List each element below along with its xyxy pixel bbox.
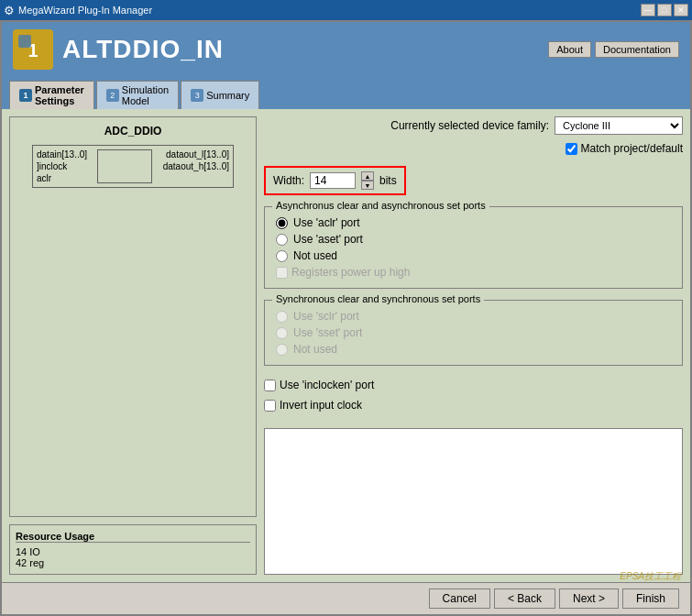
device-family-label: Currently selected device family: (390, 119, 549, 132)
inclocken-checkbox[interactable] (264, 380, 276, 391)
async-option-aset: Use 'aset' port (276, 231, 671, 248)
sync-option-sclr: Use 'sclr' port (276, 308, 671, 324)
tab-bar: 1 ParameterSettings 2 SimulationModel 3 … (2, 77, 690, 109)
minimize-button[interactable]: — (641, 4, 655, 16)
invert-clock-checkbox[interactable] (264, 400, 276, 412)
header: 1 ALTDDIO_IN About Documentation (2, 22, 690, 77)
resource-usage-box: Resource Usage 14 IO 42 reg (9, 524, 257, 575)
port-dataout-l: dataout_l[13..0] (163, 149, 229, 160)
resource-reg: 42 reg (16, 557, 250, 568)
app-title: MegaWizard Plug-In Manager (18, 5, 152, 16)
tab-simulation-model[interactable]: 2 SimulationModel (96, 81, 179, 109)
match-project-checkbox[interactable] (566, 143, 577, 155)
diagram-box: ADC_DDIO datain[13..0] ]inclock aclr (9, 116, 257, 517)
async-group-label: Asynchronus clear and asynchronous set p… (272, 200, 489, 211)
port-aclr: aclr (37, 173, 87, 183)
about-button[interactable]: About (548, 41, 591, 58)
cancel-button[interactable]: Cancel (429, 588, 490, 609)
match-project-label: Match project/default (581, 142, 683, 155)
match-project-row: Match project/default (264, 142, 683, 155)
resource-io: 14 IO (16, 546, 250, 557)
back-button[interactable]: < Back (494, 588, 555, 609)
port-inclock: ]inclock (37, 161, 87, 171)
width-label: Width: (273, 174, 304, 187)
inclocken-label: Use 'inclocken' port (280, 379, 374, 391)
content-area: ADC_DDIO datain[13..0] ]inclock aclr (2, 109, 690, 582)
left-panel: ADC_DDIO datain[13..0] ]inclock aclr (9, 116, 257, 575)
tab-parameter-settings[interactable]: 1 ParameterSettings (9, 81, 94, 109)
bottom-bar: Cancel < Back Next > Finish (2, 582, 690, 614)
device-family-select[interactable]: Cyclone III (555, 116, 683, 135)
width-spin-down[interactable]: ▼ (361, 181, 374, 190)
width-row: Width: ▲ ▼ bits (264, 166, 406, 195)
registers-powerup-label: Registers power up high (291, 266, 410, 279)
app-icon: ⚙ (4, 4, 15, 17)
registers-powerup-checkbox (276, 267, 288, 279)
width-suffix: bits (379, 174, 397, 187)
finish-button[interactable]: Finish (622, 588, 679, 609)
sync-group-label: Synchronous clear and synchronous set po… (272, 293, 484, 304)
registers-powerup-row: Registers power up high (276, 264, 671, 280)
resource-usage-title: Resource Usage (16, 531, 250, 543)
documentation-button[interactable]: Documentation (595, 41, 679, 58)
main-window: 1 ALTDDIO_IN About Documentation 1 Param… (0, 20, 692, 616)
async-option-aclr: Use 'aclr' port (276, 214, 671, 231)
width-input[interactable] (310, 172, 356, 189)
watermark: EPSA技工工程 (620, 570, 681, 583)
port-datain: datain[13..0] (37, 149, 87, 160)
sync-option-not-used: Not used (276, 341, 671, 358)
invert-clock-label: Invert input clock (280, 399, 362, 412)
right-ports: dataout_l[13..0] dataout_h[13..0] (159, 146, 233, 187)
text-output-area (264, 428, 683, 575)
width-spin-up[interactable]: ▲ (361, 171, 374, 181)
device-family-row: Currently selected device family: Cyclon… (264, 116, 683, 135)
close-button[interactable]: ✕ (674, 4, 688, 16)
async-option-not-used: Not used (276, 248, 671, 264)
tab-summary[interactable]: 3 Summary (181, 81, 259, 109)
sync-option-sset: Use 'sset' port (276, 324, 671, 341)
next-button[interactable]: Next > (559, 588, 619, 609)
page-title: ALTDDIO_IN (62, 35, 224, 64)
left-ports: datain[13..0] ]inclock aclr (33, 146, 91, 187)
diagram-title: ADC_DDIO (17, 125, 248, 138)
right-panel: Currently selected device family: Cyclon… (264, 116, 683, 575)
svg-rect-2 (18, 35, 31, 48)
title-bar: ⚙ MegaWizard Plug-In Manager — □ ✕ (0, 0, 692, 20)
sync-group: Synchronous clear and synchronous set po… (264, 300, 683, 366)
invert-clock-row: Invert input clock (264, 397, 683, 413)
port-dataout-h: dataout_h[13..0] (163, 161, 229, 171)
async-group: Asynchronus clear and asynchronous set p… (264, 206, 683, 289)
window-controls: — □ ✕ (641, 4, 688, 16)
maximize-button[interactable]: □ (657, 4, 672, 16)
logo: 1 (13, 29, 53, 70)
inclocken-row: Use 'inclocken' port (264, 377, 683, 393)
